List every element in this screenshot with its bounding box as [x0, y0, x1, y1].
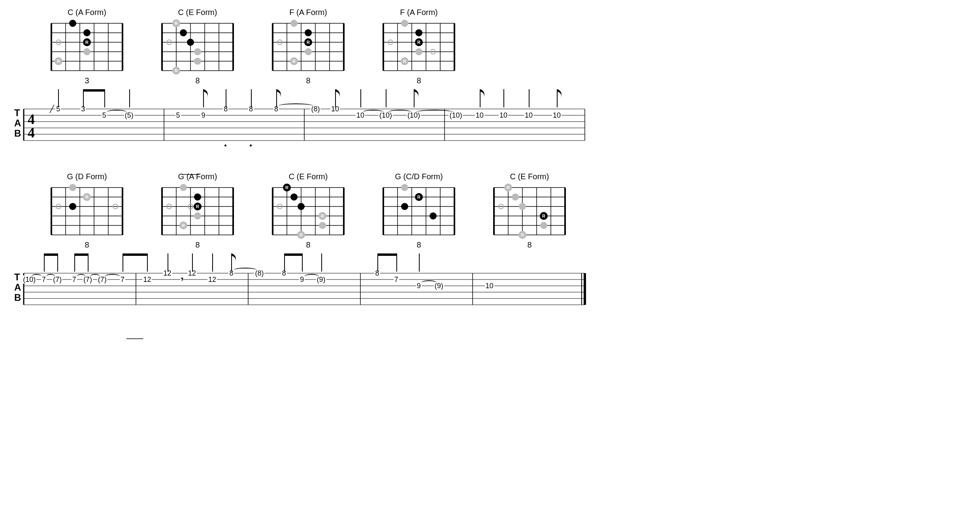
chord-position: 8 [306, 240, 310, 250]
svg-point-74 [415, 29, 422, 36]
chord-block: F (A Form) RR 8 [379, 8, 458, 85]
chord-block: F (A Form) RR 8 [269, 8, 348, 85]
tab-fret-number: 7 [394, 276, 399, 284]
beam [44, 253, 58, 256]
chord-position: 8 [195, 76, 200, 85]
svg-point-175 [401, 203, 408, 210]
svg-text:R: R [507, 185, 510, 190]
svg-point-191 [512, 193, 519, 201]
svg-text:R: R [285, 185, 288, 190]
note-stem [74, 253, 75, 272]
tab-row-0: C (A Form) RR 3 C (E Form) RR 8 F (A For… [8, 8, 972, 148]
svg-text:R: R [57, 59, 60, 64]
svg-text:T: T [14, 107, 20, 118]
note-stem [168, 253, 168, 272]
chord-grid: RR [379, 19, 458, 75]
svg-point-58 [305, 48, 312, 55]
svg-text:R: R [417, 40, 420, 45]
tab-row-1: G (D Form) R 8 G (A Form) RR 8 C (E Form… [8, 172, 972, 313]
tie [416, 110, 454, 114]
svg-point-54 [305, 29, 312, 36]
chord-strip: G (D Form) R 8 G (A Form) RR 8 C (E Form… [47, 172, 972, 250]
chord-grid: R [379, 184, 458, 239]
svg-point-152 [290, 193, 298, 201]
chord-block: C (A Form) RR 3 [47, 8, 126, 85]
chord-position: 3 [85, 76, 89, 85]
note-stem [419, 253, 420, 272]
chord-title: C (E Form) [289, 172, 328, 181]
note-flag [336, 89, 342, 101]
tab-fret-number: 9 [299, 276, 305, 284]
svg-point-153 [298, 203, 305, 210]
beam [122, 253, 148, 256]
tie [421, 280, 437, 285]
note-stem [360, 89, 361, 107]
tab-fret-number: 5 [175, 111, 181, 120]
svg-text:R: R [307, 40, 310, 45]
note-stem [529, 89, 530, 107]
svg-text:R: R [542, 214, 545, 218]
note-flag [558, 89, 564, 101]
chord-title: C (E Form) [178, 8, 217, 17]
note-stem [57, 253, 58, 272]
note-stem [284, 253, 285, 272]
chord-strip: C (A Form) RR 3 C (E Form) RR 8 F (A For… [47, 8, 972, 85]
svg-text:A: A [14, 118, 21, 128]
tab-fret-number: 10 [552, 111, 562, 120]
note-flag [415, 89, 421, 101]
note-stem [377, 253, 378, 272]
beam [377, 253, 397, 256]
svg-text:R: R [321, 214, 324, 218]
rest-symbol: 𝄾 [180, 274, 182, 285]
svg-point-129 [180, 184, 187, 191]
svg-text:B: B [14, 292, 21, 303]
tie [234, 268, 257, 272]
chord-position: 8 [416, 240, 421, 250]
tie [304, 274, 318, 279]
tab-fret-number: 10 [524, 111, 533, 120]
chord-grid: RR [269, 19, 348, 75]
svg-point-17 [83, 48, 90, 55]
svg-point-192 [519, 203, 526, 210]
svg-text:R: R [196, 204, 199, 209]
svg-point-78 [415, 48, 422, 55]
tab-fret-number: 7 [72, 276, 77, 284]
tab-fret-number: 12 [207, 276, 217, 284]
svg-text:4: 4 [28, 125, 35, 141]
chord-title: C (A Form) [68, 8, 106, 17]
svg-point-35 [187, 39, 194, 46]
beam [74, 253, 89, 256]
note-stem [129, 89, 130, 107]
svg-text:R: R [521, 233, 524, 237]
note-stem [147, 253, 148, 272]
svg-point-12 [69, 20, 76, 27]
tie [388, 110, 411, 114]
svg-text:B: B [14, 128, 21, 139]
note-stem [83, 89, 84, 107]
svg-text:T: T [14, 272, 20, 282]
chord-title: G (A Form) [178, 172, 217, 181]
tab-fret-number: 5 [102, 111, 107, 120]
note-stem [44, 253, 45, 272]
chord-title: G (C/D Form) [395, 172, 443, 181]
tie [279, 103, 313, 108]
svg-point-135 [194, 212, 201, 220]
tab-fret-number: 10 [499, 111, 508, 120]
note-stem [251, 89, 252, 107]
tab-staff: TAB(10)7(7)7(7)(7)71212𝄾12128(8)89(9)879… [8, 253, 972, 313]
tie [90, 274, 100, 279]
tab-fret-number: 7 [41, 276, 47, 284]
chord-grid: RR [158, 184, 237, 239]
note-flag [481, 89, 487, 101]
note-stem [104, 89, 105, 107]
svg-text:R: R [175, 68, 178, 73]
beam [284, 253, 303, 256]
svg-text:R: R [300, 233, 303, 237]
svg-point-34 [180, 29, 187, 36]
note-stem [386, 89, 386, 107]
svg-point-73 [401, 20, 408, 27]
chord-grid: RR [47, 19, 126, 75]
chord-position: 8 [416, 76, 421, 85]
svg-text:R: R [292, 59, 296, 64]
tab-fret-number: 9 [200, 111, 206, 120]
